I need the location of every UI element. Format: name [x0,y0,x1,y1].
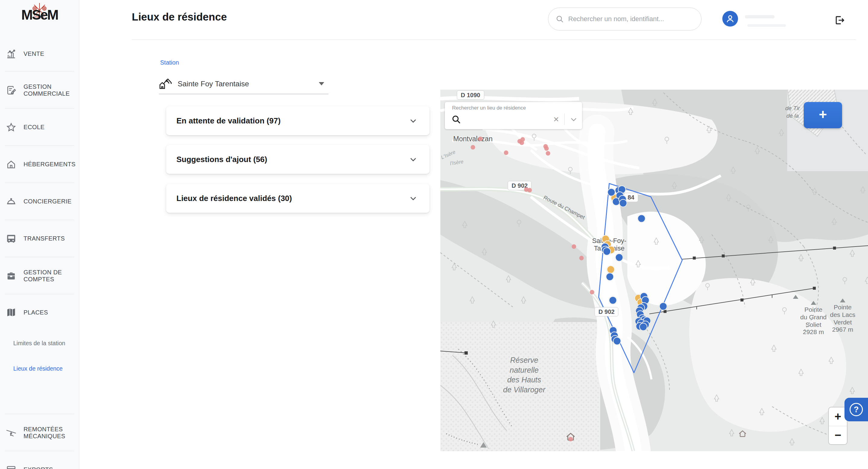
peak-triangle-icon [793,295,798,299]
global-search-input[interactable] [568,15,689,23]
road-badge: D 1090 [457,91,484,100]
residence-marker-red[interactable] [527,188,532,193]
sidebar-item-label: TRANSFERTS [24,235,65,242]
sidebar-item-exports[interactable]: EXPORTS [0,451,79,469]
residence-marker-blue[interactable] [659,302,668,311]
sidebar-item-label: EXPORTS [24,466,53,469]
map-canvas[interactable]: D 1090D 902D 90284 MontvalezanSainte-Foy… [440,90,868,451]
bus-icon [6,234,16,244]
logo-text: MSeM [0,8,79,22]
ski-lift-icon [6,428,16,438]
zoom-in-button[interactable]: + [829,407,847,426]
document-edit-icon [6,85,16,95]
residence-marker-red[interactable] [478,137,483,141]
map-search-label: Rechercher un lieu de résidence [452,105,526,111]
residence-marker-blue[interactable] [619,199,627,207]
residence-marker-blue[interactable] [603,247,611,256]
page-title: Lieux de résidence [132,11,227,23]
road-badge: D 902 [594,307,618,317]
sidebar-item-vente[interactable]: VENTE [0,36,79,71]
station-chalet-icon [159,78,172,90]
chevron-down-icon [409,194,417,203]
sidebar-item-gestion-commerciale[interactable]: GESTION COMMERCIALE [0,71,79,109]
station-select[interactable]: Sainte Foy Tarentaise [159,74,329,94]
export-table-icon [6,465,16,469]
residence-marker-red[interactable] [568,437,573,442]
residence-marker-red[interactable] [520,141,524,145]
divider [564,114,565,125]
station-select-value: Sainte Foy Tarentaise [178,80,313,88]
help-button[interactable]: ? [844,398,868,421]
residence-marker-blue[interactable] [606,273,614,281]
sidebar-item-remontees-mecaniques[interactable]: REMONTÉES MÉCANIQUES [0,414,79,451]
chevron-down-icon [319,82,324,85]
panel-title: Lieux de résidence validés (30) [177,194,409,203]
residence-marker-red[interactable] [471,145,475,150]
briefcase-icon [6,271,16,281]
sidebar-item-label: ECOLE [24,124,44,131]
panel-en-attente-validation[interactable]: En attente de validation (97) [166,106,430,135]
zoom-out-button[interactable]: − [829,426,847,444]
user-name-redacted [745,15,775,19]
sidebar-item-places[interactable]: PLACES [0,294,79,330]
search-icon [556,15,564,23]
map-search-input[interactable] [464,114,552,125]
residence-marker-red[interactable] [546,151,550,156]
station-select-label: Station [160,59,179,66]
sidebar-item-label: REMONTÉES MÉCANIQUES [24,426,79,440]
peak-triangle-icon [811,301,816,305]
sidebar-item-transferts[interactable]: TRANSFERTS [0,220,79,257]
search-icon [452,115,461,124]
sidebar-subitem-limites-station[interactable]: Limites de la station [0,330,79,356]
sidebar-item-conciergerie[interactable]: CONCIERGERIE [0,183,79,220]
residence-marker-red[interactable] [590,290,594,295]
peak-triangle-icon [840,298,845,302]
sidebar-item-hebergements[interactable]: HÉBERGEMENTS [0,146,79,183]
chevron-down-icon [409,117,417,125]
sidebar-subitem-lieux-residence[interactable]: Lieux de résidence [0,356,79,381]
sidebar-item-ecole[interactable]: ECOLE [0,109,79,146]
residence-marker-blue[interactable] [608,188,616,197]
sidebar: MSeM VENTE GESTION COMMERCIALE ECOLE [0,0,79,469]
hut-icon [739,430,746,437]
residence-marker-blue[interactable] [613,337,621,345]
divider [132,39,856,40]
sales-chart-icon [6,49,16,59]
sidebar-group-places: PLACES Limites de la station Lieux de ré… [0,294,79,414]
sidebar-item-label: VENTE [24,50,44,57]
logout-icon [834,14,845,26]
cloche-icon [6,197,16,207]
residence-marker-blue[interactable] [609,296,617,304]
user-avatar[interactable] [722,11,738,27]
panel-title: En attente de validation (97) [177,116,409,125]
residence-marker-red[interactable] [579,256,584,260]
panel-suggestions-ajout[interactable]: Suggestions d'ajout (56) [166,145,430,174]
sidebar-item-gestion-de-comptes[interactable]: GESTION DE COMPTES [0,257,79,294]
map-area-label: Réservenaturelledes Hautsde Villaroger [503,355,545,394]
chevron-down-icon[interactable] [570,117,577,122]
sidebar-item-label: GESTION DE COMPTES [24,269,79,283]
residence-marker-blue[interactable] [638,214,646,223]
residence-marker-blue[interactable] [640,323,648,331]
residence-marker-red[interactable] [504,151,508,155]
panel-lieux-valides[interactable]: Lieux de résidence validés (30) [166,184,430,213]
residence-marker-orange[interactable] [607,266,615,274]
residence-marker-blue[interactable] [615,254,623,262]
clear-icon[interactable]: ✕ [553,116,559,123]
add-residence-button[interactable]: + [804,102,842,128]
user-role-redacted [747,24,786,27]
map-icon [6,307,16,318]
logout-button[interactable] [834,14,845,26]
sidebar-item-label: PLACES [24,309,48,316]
house-icon [6,159,16,170]
map-place-label: Montvalezan [453,135,493,143]
map-area-label: de Tirde la [785,105,800,119]
residence-marker-red[interactable] [545,146,549,151]
residence-marker-red[interactable] [572,244,576,249]
question-mark-icon: ? [849,403,863,416]
peak-label: Pointedu GrandSoliet2928 m [800,301,827,336]
panel-title: Suggestions d'ajout (56) [177,155,409,164]
global-search[interactable] [548,7,702,30]
map-search-box: Rechercher un lieu de résidence ✕ [445,102,582,129]
sidebar-item-label: GESTION COMMERCIALE [24,83,79,97]
